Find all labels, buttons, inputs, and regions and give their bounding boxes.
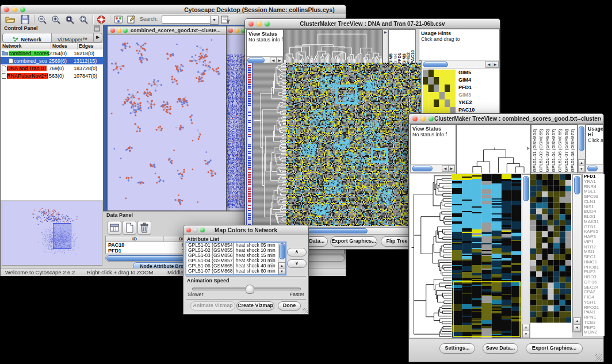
- zoomed-heatmap-canvas[interactable]: [423, 70, 456, 114]
- zoom-button[interactable]: [429, 116, 434, 121]
- treeview1-titlebar[interactable]: ClusterMaker TreeView : DNA and Tran 07-…: [245, 19, 500, 29]
- zoom-fit-icon[interactable]: [79, 15, 89, 24]
- save-data-button[interactable]: Save Data...: [483, 343, 518, 354]
- col-edges[interactable]: Edges: [78, 43, 103, 49]
- row-dendrogram-canvas[interactable]: [410, 174, 452, 338]
- close-button[interactable]: [110, 28, 115, 33]
- data-col-id[interactable]: ID: [106, 236, 164, 242]
- zoomed-heatmap-canvas[interactable]: [530, 174, 571, 323]
- column-dendrogram-canvas[interactable]: [283, 29, 382, 63]
- main-heatmap-canvas[interactable]: [286, 63, 421, 226]
- attribute-list-label: Attribute List: [187, 236, 219, 242]
- network-row[interactable]: RNAPuberNov2+! 563(0) 107847(0): [1, 72, 103, 79]
- resize-grip[interactable]: [303, 308, 308, 313]
- scroll-right-button[interactable]: ▶: [492, 61, 499, 68]
- float-panel-icon[interactable]: [94, 25, 100, 32]
- network-tab-icon: [13, 37, 18, 42]
- view-status-scrollbar[interactable]: [412, 166, 433, 171]
- scroll-down-button[interactable]: ▼: [573, 324, 581, 332]
- network-nodes: 563(0): [49, 73, 74, 79]
- close-button[interactable]: [412, 116, 418, 121]
- col-nodes[interactable]: Nodes: [51, 43, 78, 49]
- view-status-panel: View Status No status info f ◀ ▶: [246, 29, 284, 64]
- treeview2-title: ClusterMaker TreeView : combined_scores_…: [434, 116, 601, 122]
- search-input[interactable]: [162, 16, 211, 24]
- network-row-selected[interactable]: combined_sco 2569(6) 13112(15): [1, 57, 103, 64]
- column-label-vscrollbar[interactable]: ▲ ▼: [577, 124, 586, 173]
- zoom-button[interactable]: [20, 7, 25, 12]
- zoomed-heatmap-vscrollbar[interactable]: ▲ ▼: [572, 174, 582, 332]
- settings-button[interactable]: Settings...: [439, 343, 475, 354]
- annotation-icon[interactable]: [126, 15, 136, 24]
- col-network[interactable]: Network: [1, 43, 51, 49]
- network-overview-canvas[interactable]: [2, 201, 101, 264]
- close-button[interactable]: [4, 7, 9, 12]
- minimize-button[interactable]: [235, 28, 239, 33]
- scroll-down-button[interactable]: ▼: [278, 268, 285, 274]
- column-label-strip: GPL51-01 (GSM854)GPL51-02 (GSM855)GPL51-…: [531, 124, 577, 173]
- network-overview-panel[interactable]: [2, 201, 102, 266]
- selection-strip-canvas[interactable]: [246, 63, 253, 227]
- tab-vizmapper-label: VizMapper™: [58, 37, 87, 43]
- tab-overflow-arrow[interactable]: ▶: [94, 33, 102, 42]
- network-row[interactable]: DNA and Tran 07 769(0) 183728(0): [1, 64, 103, 72]
- save-icon[interactable]: [20, 15, 30, 24]
- data-row-id[interactable]: PAC10: [106, 242, 166, 248]
- attribute-list-scrollbar[interactable]: [279, 243, 285, 259]
- scroll-down-button[interactable]: ▼: [522, 331, 530, 338]
- animation-speed-slider[interactable]: [192, 288, 301, 290]
- tab-network[interactable]: Network: [3, 33, 52, 42]
- zoom-in-icon[interactable]: [51, 15, 62, 24]
- attribute-filter-icon[interactable]: [220, 15, 231, 24]
- treeview2-titlebar[interactable]: ClusterMaker TreeView : combined_scores_…: [409, 114, 603, 124]
- close-button[interactable]: [228, 28, 233, 33]
- export-graphics-button[interactable]: Export Graphics...: [526, 343, 583, 354]
- animate-vizmap-button[interactable]: Animate Vizmap: [190, 301, 235, 311]
- tab-vizmapper[interactable]: VizMapper™: [52, 33, 94, 42]
- create-vizmap-button[interactable]: Create Vizmap: [236, 301, 274, 311]
- main-titlebar[interactable]: Cytoscape Desktop (Session Name: collins…: [1, 5, 346, 14]
- done-button[interactable]: Done: [278, 301, 301, 311]
- scroll-right-button[interactable]: ▶: [448, 165, 455, 172]
- zoom-out-icon[interactable]: [37, 15, 48, 24]
- expand-arrow-icon[interactable]: ▶: [383, 30, 388, 35]
- resize-grip[interactable]: [595, 354, 602, 361]
- move-down-button[interactable]: ∨: [287, 259, 307, 268]
- open-file-icon[interactable]: [5, 15, 16, 24]
- delete-attribute-button[interactable]: [137, 221, 151, 235]
- zoom-view-hscrollbar[interactable]: [423, 62, 448, 67]
- search-dropdown-button[interactable]: ▼: [210, 16, 219, 25]
- minimize-button[interactable]: [117, 28, 121, 33]
- network-view-window-a[interactable]: combined_scores_good.txt--cluste...: [107, 26, 227, 211]
- zoom-button[interactable]: [123, 28, 128, 33]
- attribute-listbox[interactable]: GPL51-01 (GSM854) heat shock 05 minGPL51…: [186, 242, 286, 275]
- column-dendrogram-canvas[interactable]: [456, 124, 531, 174]
- overview-viewport-rect[interactable]: [53, 223, 71, 249]
- network-row[interactable]: combined_scores 2764(0) 16218(0): [1, 49, 103, 57]
- map-colors-dialog: Map Colors to Network Attribute List GPL…: [183, 225, 309, 315]
- usage-hints-scrollbar[interactable]: [587, 166, 598, 171]
- row-dendrogram-canvas[interactable]: [253, 63, 286, 226]
- row-label: GIM3: [458, 91, 475, 99]
- zoom-selected-icon[interactable]: [65, 15, 75, 24]
- main-heatmap-canvas[interactable]: [452, 174, 521, 338]
- move-up-button[interactable]: ∧: [287, 248, 307, 256]
- dialog-titlebar[interactable]: Map Colors to Network: [183, 225, 308, 235]
- vizmapper-icon[interactable]: [113, 15, 124, 24]
- select-attributes-button[interactable]: [108, 221, 121, 235]
- network-name: DNA and Tran 07: [7, 66, 47, 71]
- minimize-button[interactable]: [420, 116, 426, 121]
- network-view-canvas[interactable]: [108, 35, 225, 210]
- gene-label-list: PFD1YRA1RNR4MSL1SPC98CLN1NIS1BUD4ELG1MAK…: [582, 174, 605, 336]
- view-status-panel: View Status No status info f: [410, 124, 456, 164]
- status-zoom-hint: Right-click + drag to ZOOM: [87, 269, 153, 275]
- export-graphics-button[interactable]: Export Graphics...: [330, 236, 377, 247]
- heatmap-vscrollbar[interactable]: ▲ ▼: [522, 174, 530, 339]
- scroll-down-button[interactable]: ▼: [578, 166, 585, 173]
- data-row-id[interactable]: PFD1: [106, 248, 166, 254]
- slider-thumb[interactable]: [246, 285, 254, 294]
- control-panel-title: Control Panel: [4, 25, 38, 31]
- new-attribute-button[interactable]: [123, 221, 136, 235]
- help-lifesaver-icon[interactable]: [96, 15, 106, 24]
- minimize-button[interactable]: [12, 7, 17, 12]
